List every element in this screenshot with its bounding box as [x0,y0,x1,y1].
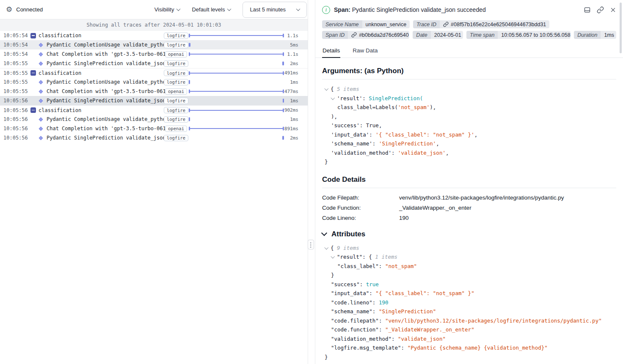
code-line: } [322,157,616,167]
code-token: { [369,254,375,260]
collapse-box-icon[interactable] [30,70,36,76]
link-icon[interactable] [351,32,357,38]
trace-row[interactable]: 10:05:54 classification logfire 1.1s [0,31,308,40]
trace-time: 10:05:56 [3,116,28,122]
trace-tag: openai [165,88,187,95]
copy-link-icon[interactable] [597,6,604,14]
code-filepath-label: Code Filepath: [322,194,399,201]
trace-tag-column: logfire [165,42,187,48]
panel-resize-handle[interactable] [308,240,314,249]
span-title-text: Pydantic SinglePrediction validate_json … [352,6,486,13]
trace-tag: logfire [164,107,188,113]
code-token: "success": [331,281,366,287]
trace-timeline [189,87,284,96]
trace-row[interactable]: 10:05:56 Chat Completion with 'gpt-3.5-t… [0,124,308,133]
info-icon: i [322,6,330,14]
trace-tag: logfire [164,42,188,48]
code-line: 'schema_name': 'SinglePrediction', [322,139,616,148]
close-icon[interactable] [610,7,616,13]
chevron-down-icon [296,7,300,11]
trace-row[interactable]: 10:05:56 Pydantic SinglePrediction valid… [0,96,308,105]
trace-tag: logfire [164,70,188,76]
trace-timeline [189,106,284,115]
trace-label: Pydantic CompletionUsage validate_python [47,116,165,122]
trace-time: 10:05:56 [3,135,28,141]
code-token: true [366,281,379,287]
collapse-chevron-icon[interactable] [321,230,327,236]
collapse-box-icon[interactable] [30,107,36,113]
trace-time: 10:05:56 [3,107,28,113]
collapse-chevron-icon[interactable] [331,255,337,259]
trace-label: classification [39,70,165,76]
span-title-prefix: Span: [334,6,350,13]
meta-trace-id[interactable]: Trace ID #08f57b165e22c4e625046944673bdd… [413,20,549,28]
code-line: "success": true [322,280,616,289]
meta-row: Service Name unknown_service Trace ID #0… [322,20,616,28]
duration-bar [189,118,190,121]
time-range-select[interactable]: Last 5 minutes [243,2,307,18]
code-token: 'validation_method': [331,150,398,156]
code-function-label: Code Function: [322,205,399,211]
trace-row[interactable]: 10:05:54 Pydantic CompletionUsage valida… [0,40,308,49]
meta-label: Duration [574,31,601,39]
trace-tag: openai [165,126,187,132]
trace-row[interactable]: 10:05:55 Pydantic CompletionUsage valida… [0,77,308,87]
trace-tag-column: openai [165,51,187,57]
collapse-chevron-icon[interactable] [325,246,331,250]
trace-timeline [189,31,284,40]
span-diamond-icon [39,126,43,131]
code-line: "code.filepath": "venv/lib/python3.12/si… [322,316,616,326]
panel-gutter [308,0,315,364]
default-levels-dropdown[interactable]: Default levels [192,6,231,13]
code-token: "class_label": [337,263,385,269]
meta-service-name: Service Name unknown_service [322,20,410,28]
code-token: class_label=Labels( [337,104,398,110]
trace-row[interactable]: 10:05:55 Chat Completion with 'gpt-3.5-t… [0,87,308,96]
tab-raw-data[interactable]: Raw Data [352,44,378,57]
code-line: 'validation_method': 'validate_json', [322,148,616,158]
collapse-chevron-icon[interactable] [331,96,337,100]
link-icon[interactable] [443,22,449,27]
collapse-chevron-icon[interactable] [325,87,331,91]
meta-value: unknown_service [362,20,410,28]
duration-bar [282,136,284,140]
collapse-box-icon[interactable] [30,33,36,38]
code-details-heading: Code Details [322,175,616,184]
code-token: "SinglePrediction" [379,308,436,315]
attributes-heading: Attributes [322,230,616,238]
trace-duration: 477ms [284,89,308,94]
meta-span-id[interactable]: Span ID #b0b6da2d76c69540 [322,31,409,39]
gear-icon[interactable]: ⚙ [6,6,12,13]
trace-row[interactable]: 10:05:56 Pydantic SinglePrediction valid… [0,133,308,142]
code-token: 'input_data': [331,131,375,138]
span-diamond-icon [39,80,43,84]
dock-panel-icon[interactable] [584,6,591,14]
divider [322,188,616,188]
span-diamond-icon [39,89,43,93]
tab-details[interactable]: Details [322,44,340,58]
duration-bar [189,108,284,112]
trace-time: 10:05:56 [3,98,28,104]
trace-timeline [189,115,284,124]
trace-label: Chat Completion with 'gpt-3.5-turbo-0613… [47,88,165,94]
detail-content: Arguments: (as Python) { 5 items'result'… [315,67,623,364]
code-token: "venv/lib/python3.12/site-packages/logfi… [385,317,602,324]
trace-row[interactable]: 10:05:55 Pydantic SinglePrediction valid… [0,59,308,68]
trace-row[interactable]: 10:05:55 classification logfire 491ms [0,68,308,77]
trace-row[interactable]: 10:05:54 Chat Completion with 'gpt-3.5-t… [0,49,308,59]
arguments-heading: Arguments: (as Python) [322,67,616,75]
trace-label: Pydantic CompletionUsage validate_python [47,79,165,85]
trace-row[interactable]: 10:05:56 Pydantic CompletionUsage valida… [0,115,308,124]
visibility-dropdown[interactable]: Visibility [154,6,180,13]
code-token: "result": [337,254,369,260]
code-token: "input_data": [331,290,375,296]
scrollbar[interactable] [620,3,622,53]
trace-row[interactable]: 10:05:56 classification logfire 902ms [0,105,308,115]
duration-bar [282,62,284,66]
code-line: "code.lineno": 190 [322,298,616,307]
code-token: { [331,245,337,251]
span-diamond-icon [39,117,43,121]
trace-tag-column: logfire [165,79,187,85]
code-token: "validation_method": [331,336,398,342]
meta-label: Time span [466,31,498,39]
